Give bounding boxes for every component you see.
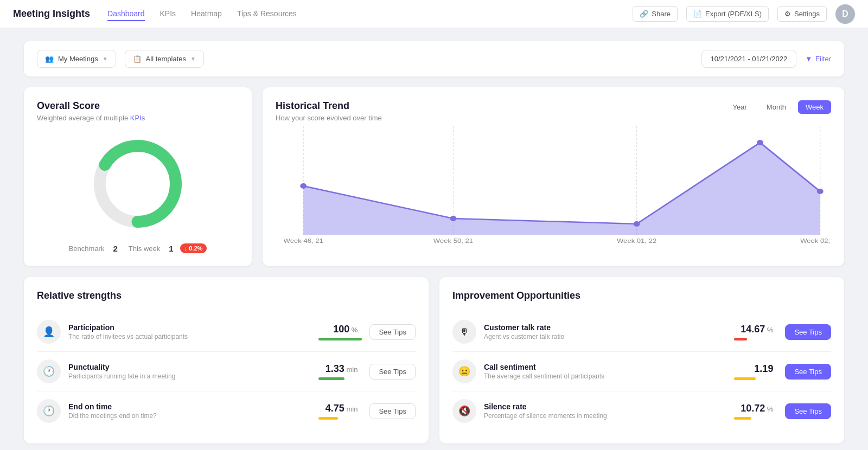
- metric-icon: 🕐: [37, 399, 61, 423]
- nav-heatmap[interactable]: Heatmap: [191, 7, 222, 21]
- top-row: Overall Score Weighted average of multip…: [24, 87, 844, 266]
- overall-score-card: Overall Score Weighted average of multip…: [24, 87, 252, 266]
- metric-row: 😐 Call sentiment The average call sentim…: [452, 352, 831, 391]
- overall-score-subtitle: Weighted average of multiple KPIs: [37, 114, 239, 122]
- trend-chart-svg: Week 46, 21 Week 50, 21 Week 01, 22 Week…: [276, 126, 831, 246]
- brand-name: Meeting Insights: [13, 8, 90, 20]
- trend-header: Historical Trend How your score evolved …: [276, 100, 831, 122]
- metric-row: 🕐 Punctuality Participants running late …: [37, 352, 416, 391]
- progress-bar-wrap: [734, 417, 777, 420]
- metric-row: 🎙 Customer talk rate Agent vs customer t…: [452, 312, 831, 352]
- filter-right: 10/21/2021 - 01/21/2022 ▼ Filter: [701, 50, 831, 68]
- metric-desc: Participants running late in a meeting: [68, 372, 305, 380]
- kpis-link[interactable]: KPIs: [130, 114, 145, 122]
- see-tips-button[interactable]: See Tips: [785, 364, 831, 380]
- progress-bar: [318, 417, 338, 420]
- avatar[interactable]: D: [835, 4, 855, 24]
- see-tips-button[interactable]: See Tips: [785, 324, 831, 340]
- trend-tabs: Year Month Week: [725, 100, 831, 114]
- date-range-picker[interactable]: 10/21/2021 - 01/21/2022: [701, 50, 797, 68]
- donut-svg: [89, 135, 187, 233]
- main-content: 👥 My Meetings ▼ 📋 All templates ▼ 10/21/…: [11, 28, 857, 450]
- metric-value-wrap: 100 %: [313, 324, 362, 340]
- nav-actions: 🔗 Share 📄 Export (PDF/XLS) ⚙ Settings D: [633, 4, 855, 24]
- metric-icon: 👤: [37, 320, 61, 344]
- metric-value-wrap: 1.19: [729, 363, 777, 380]
- filter-icon: ▼: [805, 55, 812, 63]
- bottom-row: Relative strengths 👤 Participation The r…: [24, 277, 844, 443]
- improvement-list: 🎙 Customer talk rate Agent vs customer t…: [452, 312, 831, 430]
- metric-info: Call sentiment The average call sentimen…: [484, 363, 721, 380]
- metric-info: Customer talk rate Agent vs customer tal…: [484, 323, 721, 340]
- see-tips-button[interactable]: See Tips: [369, 324, 416, 340]
- gear-icon: ⚙: [784, 10, 791, 18]
- improvement-card: Improvement Opportunities 🎙 Customer tal…: [439, 277, 844, 443]
- progress-bar-wrap: [734, 377, 777, 380]
- donut-chart: [37, 122, 239, 241]
- metric-row: 👤 Participation The ratio of invitees vs…: [37, 312, 416, 352]
- svg-text:Week 02, 22: Week 02, 22: [800, 237, 831, 245]
- meetings-filter[interactable]: 👥 My Meetings ▼: [37, 50, 116, 68]
- strengths-title: Relative strengths: [37, 290, 416, 301]
- nav-tips[interactable]: Tips & Resources: [237, 7, 297, 21]
- trend-info: Historical Trend How your score evolved …: [276, 100, 382, 122]
- metric-row: 🔇 Silence rate Percentage of silence mom…: [452, 391, 831, 430]
- export-icon: 📄: [693, 10, 702, 18]
- metric-value: 100 %: [313, 324, 358, 335]
- export-button[interactable]: 📄 Export (PDF/XLS): [686, 6, 769, 22]
- nav-links: Dashboard KPIs Heatmap Tips & Resources: [107, 7, 615, 21]
- relative-strengths-card: Relative strengths 👤 Participation The r…: [24, 277, 429, 443]
- progress-bar: [734, 377, 756, 380]
- people-icon: 👥: [45, 55, 54, 63]
- strengths-list: 👤 Participation The ratio of invitees vs…: [37, 312, 416, 430]
- svg-point-10: [757, 140, 763, 145]
- metric-value-wrap: 4.75 min: [313, 403, 362, 420]
- metric-desc: The average call sentiment of participan…: [484, 372, 721, 380]
- metric-info: Silence rate Percentage of silence momen…: [484, 402, 721, 420]
- metric-info: End on time Did the meetings end on time…: [68, 402, 305, 420]
- metric-value: 14.67 %: [729, 324, 773, 335]
- filter-bar: 👥 My Meetings ▼ 📋 All templates ▼ 10/21/…: [24, 41, 844, 76]
- metric-info: Participation The ratio of invitees vs a…: [68, 323, 305, 340]
- metric-desc: Did the meetings end on time?: [68, 412, 305, 420]
- nav-dashboard[interactable]: Dashboard: [107, 7, 145, 21]
- progress-bar-wrap: [318, 417, 362, 420]
- tab-month[interactable]: Month: [759, 100, 794, 114]
- templates-filter[interactable]: 📋 All templates ▼: [125, 50, 204, 68]
- metric-value-wrap: 14.67 %: [729, 324, 777, 340]
- metric-name: Customer talk rate: [484, 323, 721, 332]
- metric-name: Call sentiment: [484, 363, 721, 371]
- progress-bar-wrap: [734, 338, 777, 340]
- trend-subtitle: How your score evolved over time: [276, 114, 382, 122]
- metric-value-wrap: 1.33 min: [313, 363, 362, 380]
- progress-bar: [734, 417, 751, 420]
- metric-desc: Agent vs customer talk ratio: [484, 333, 721, 340]
- trend-title: Historical Trend: [276, 100, 382, 112]
- metric-desc: The ratio of invitees vs actual particip…: [68, 333, 305, 340]
- see-tips-button[interactable]: See Tips: [369, 403, 416, 419]
- metric-icon: 🕐: [37, 359, 61, 383]
- progress-bar: [318, 377, 344, 380]
- svg-point-9: [634, 221, 640, 227]
- progress-bar-wrap: [318, 377, 362, 380]
- metric-desc: Percentage of silence moments in meeting: [484, 412, 721, 420]
- metric-icon: 🎙: [452, 320, 476, 344]
- share-button[interactable]: 🔗 Share: [633, 6, 678, 22]
- svg-text:Week 50, 21: Week 50, 21: [433, 237, 474, 245]
- metric-value-wrap: 10.72 %: [729, 403, 777, 420]
- metric-icon: 🔇: [452, 399, 476, 423]
- see-tips-button[interactable]: See Tips: [785, 403, 831, 419]
- metric-icon: 😐: [452, 359, 476, 383]
- nav-kpis[interactable]: KPIs: [160, 7, 176, 21]
- settings-button[interactable]: ⚙ Settings: [777, 6, 827, 22]
- metric-name: Punctuality: [68, 363, 305, 371]
- metric-value: 4.75 min: [313, 403, 358, 414]
- improvement-title: Improvement Opportunities: [452, 290, 831, 301]
- svg-point-11: [817, 189, 824, 194]
- tab-week[interactable]: Week: [798, 100, 831, 114]
- metric-name: End on time: [68, 402, 305, 411]
- tab-year[interactable]: Year: [725, 100, 755, 114]
- filter-button[interactable]: ▼ Filter: [805, 55, 831, 63]
- share-icon: 🔗: [640, 10, 648, 18]
- see-tips-button[interactable]: See Tips: [369, 364, 416, 380]
